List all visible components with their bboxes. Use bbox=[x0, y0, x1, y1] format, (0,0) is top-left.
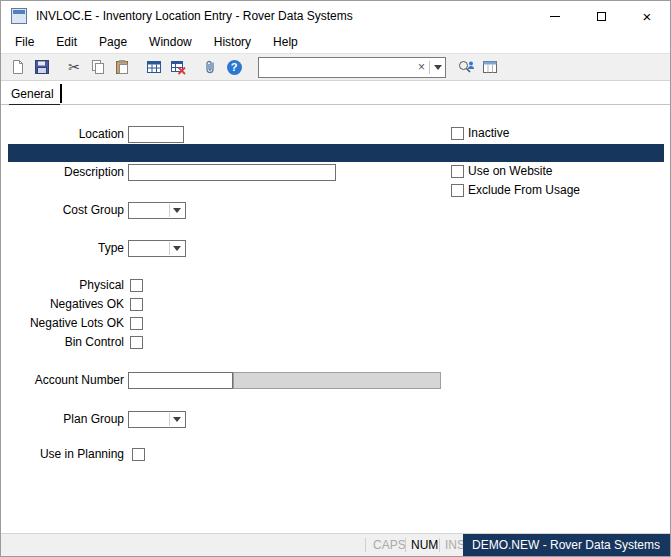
maximize-icon bbox=[597, 12, 606, 21]
help-icon: ? bbox=[227, 60, 242, 75]
physical-checkbox[interactable] bbox=[130, 279, 143, 292]
maximize-button[interactable] bbox=[578, 1, 624, 31]
negative-lots-ok-checkbox[interactable] bbox=[130, 317, 143, 330]
chevron-down-icon bbox=[173, 208, 181, 213]
save-floppy-icon bbox=[34, 59, 50, 75]
ins-indicator: INS bbox=[445, 534, 465, 556]
menubar: File Edit Page Window History Help bbox=[1, 31, 670, 53]
type-label: Type bbox=[1, 242, 124, 255]
browse-grid-button[interactable] bbox=[142, 56, 166, 79]
help-button[interactable]: ? bbox=[222, 56, 246, 79]
new-page-icon bbox=[10, 59, 26, 75]
lookup-user-button[interactable] bbox=[454, 56, 478, 79]
account-number-label: Account Number bbox=[1, 374, 124, 387]
delete-record-button[interactable] bbox=[166, 56, 190, 79]
window-title: INVLOC.E - Inventory Location Entry - Ro… bbox=[36, 9, 353, 23]
chevron-down-icon bbox=[173, 417, 181, 422]
physical-label: Physical bbox=[1, 279, 124, 292]
status-divider bbox=[405, 538, 406, 552]
grid-delete-icon bbox=[170, 59, 186, 75]
plan-group-label: Plan Group bbox=[1, 413, 124, 426]
status-divider bbox=[365, 538, 366, 552]
bin-control-checkbox[interactable] bbox=[130, 336, 143, 349]
description-label: Description bbox=[1, 166, 124, 179]
table-icon bbox=[482, 59, 498, 75]
paperclip-icon bbox=[202, 59, 218, 75]
menu-edit[interactable]: Edit bbox=[45, 32, 88, 52]
save-button[interactable] bbox=[30, 56, 54, 79]
chevron-down-icon bbox=[434, 65, 442, 70]
account-description-field bbox=[233, 372, 441, 389]
description-input[interactable] bbox=[128, 164, 336, 181]
cost-group-select[interactable] bbox=[128, 202, 186, 219]
use-on-website-label: Use on Website bbox=[468, 165, 553, 178]
paste-button[interactable] bbox=[110, 56, 134, 79]
exclude-from-usage-checkbox[interactable] bbox=[451, 184, 464, 197]
plan-group-dropdown-button[interactable] bbox=[169, 413, 184, 426]
exclude-from-usage-label: Exclude From Usage bbox=[468, 184, 580, 197]
bin-control-label: Bin Control bbox=[1, 336, 124, 349]
app-icon bbox=[11, 8, 27, 24]
search-dropdown-button[interactable] bbox=[430, 65, 445, 70]
negative-lots-ok-label: Negative Lots OK bbox=[1, 317, 124, 330]
titlebar[interactable]: INVLOC.E - Inventory Location Entry - Ro… bbox=[1, 1, 670, 31]
copy-button[interactable] bbox=[86, 56, 110, 79]
use-on-website-checkbox[interactable] bbox=[451, 165, 464, 178]
text-caret bbox=[60, 84, 62, 103]
attachments-button[interactable] bbox=[198, 56, 222, 79]
window-controls: × bbox=[532, 1, 670, 31]
menu-history[interactable]: History bbox=[203, 32, 262, 52]
location-label: Location bbox=[1, 128, 124, 141]
cost-group-label: Cost Group bbox=[1, 204, 124, 217]
search-input[interactable] bbox=[259, 59, 414, 76]
toolbar: ✂ ? × bbox=[1, 53, 670, 81]
window-view-button[interactable] bbox=[478, 56, 502, 79]
menu-file[interactable]: File bbox=[4, 32, 45, 52]
type-select[interactable] bbox=[128, 240, 186, 257]
close-icon: × bbox=[643, 9, 652, 24]
paste-clipboard-icon bbox=[114, 59, 130, 75]
negatives-ok-label: Negatives OK bbox=[1, 298, 124, 311]
close-button[interactable]: × bbox=[624, 1, 670, 31]
use-in-planning-checkbox[interactable] bbox=[132, 448, 145, 461]
location-input[interactable] bbox=[128, 126, 184, 143]
minimize-icon bbox=[550, 16, 560, 17]
account-number-input[interactable] bbox=[128, 372, 233, 389]
session-context-text: DEMO.NEW - Rover Data Systems bbox=[472, 538, 660, 552]
tab-general[interactable]: General bbox=[9, 85, 60, 105]
minimize-button[interactable] bbox=[532, 1, 578, 31]
num-indicator: NUM bbox=[411, 534, 438, 556]
plan-group-select[interactable] bbox=[128, 411, 186, 428]
caps-indicator: CAPS bbox=[373, 534, 406, 556]
copy-icon bbox=[90, 59, 106, 75]
cut-scissors-icon: ✂ bbox=[68, 59, 80, 75]
inactive-label: Inactive bbox=[468, 127, 509, 140]
type-dropdown-button[interactable] bbox=[169, 242, 184, 255]
clear-icon[interactable]: × bbox=[414, 58, 429, 77]
inactive-checkbox[interactable] bbox=[451, 127, 464, 140]
status-divider bbox=[439, 538, 440, 552]
search-person-icon bbox=[457, 59, 475, 75]
chevron-down-icon bbox=[173, 246, 181, 251]
section-band bbox=[8, 144, 664, 162]
negatives-ok-checkbox[interactable] bbox=[130, 298, 143, 311]
cost-group-dropdown-button[interactable] bbox=[169, 204, 184, 217]
new-button[interactable] bbox=[6, 56, 30, 79]
menu-page[interactable]: Page bbox=[88, 32, 138, 52]
menu-help[interactable]: Help bbox=[262, 32, 309, 52]
status-bar: CAPS NUM INS DEMO.NEW - Rover Data Syste… bbox=[1, 533, 670, 556]
tab-bar: General bbox=[1, 81, 670, 105]
form-area: Location Inactive Description Use on Web… bbox=[1, 105, 670, 533]
toolbar-search: × bbox=[258, 57, 446, 78]
session-context-panel: DEMO.NEW - Rover Data Systems bbox=[463, 534, 670, 556]
use-in-planning-label: Use in Planning bbox=[1, 448, 124, 461]
menu-window[interactable]: Window bbox=[138, 32, 203, 52]
app-window: INVLOC.E - Inventory Location Entry - Ro… bbox=[0, 0, 671, 557]
cut-button[interactable]: ✂ bbox=[62, 56, 86, 79]
grid-icon bbox=[146, 59, 162, 75]
